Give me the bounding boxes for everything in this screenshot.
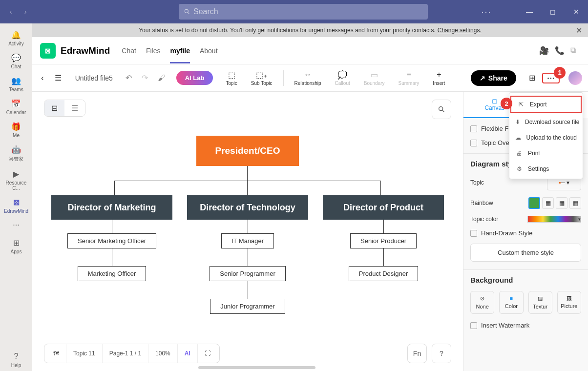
fullscreen-icon[interactable]: ⛶ xyxy=(198,344,217,363)
rail-chat[interactable]: 💬Chat xyxy=(1,49,31,72)
grid-view[interactable]: ⊞ xyxy=(526,73,538,82)
bg-none[interactable]: ⊘None xyxy=(470,291,494,314)
toolbar-menu[interactable]: ☰ xyxy=(51,73,65,82)
rainbow-opt-4[interactable]: ▦ xyxy=(569,197,581,209)
tool-subtopic[interactable]: ⬚₊Sub Topic xyxy=(246,70,277,86)
tab-files[interactable]: Files xyxy=(146,38,161,63)
topic-count: Topic 11 xyxy=(66,344,103,363)
color-icon: ■ xyxy=(510,295,513,301)
print-icon: 🖨 xyxy=(515,149,523,157)
node-sr-producer[interactable]: Senior Producer xyxy=(350,233,417,248)
toolbar-back[interactable]: ‹ xyxy=(38,73,47,83)
search-input[interactable]: Search xyxy=(179,4,428,20)
menu-settings[interactable]: ⚙Settings xyxy=(509,161,583,177)
rail-me[interactable]: 🎁Me xyxy=(1,118,31,141)
tool-callout[interactable]: 💭Callout xyxy=(330,70,355,86)
share-button[interactable]: ↗Share xyxy=(471,70,516,86)
node-jr-programmer[interactable]: Junior Programmer xyxy=(210,299,285,314)
tool-relationship[interactable]: ↔Relationship xyxy=(290,70,326,86)
user-avatar[interactable] xyxy=(568,71,582,85)
menu-download[interactable]: ⬇Download source file xyxy=(509,114,583,130)
rail-help[interactable]: ?Help xyxy=(1,348,31,371)
bg-texture[interactable]: ▨Textur xyxy=(528,291,552,314)
left-nav-rail: 🔔Activity 💬Chat 👥Teams 📅Calendar 🎁Me 🤖兴管… xyxy=(0,23,32,371)
fn-button[interactable]: Fn xyxy=(407,344,427,363)
watermark-checkbox[interactable]: Insert Watermark xyxy=(470,322,581,329)
tool-insert[interactable]: +Insert xyxy=(428,70,450,86)
window-maximize[interactable]: ◻ xyxy=(545,4,561,20)
rail-activity[interactable]: 🔔Activity xyxy=(1,26,31,49)
node-director-technology[interactable]: Director of Technology xyxy=(187,195,308,220)
format-painter[interactable]: 🖌 xyxy=(155,74,168,82)
banner-close[interactable]: ✕ xyxy=(576,26,582,35)
svg-point-0 xyxy=(185,9,188,13)
robot-icon: 🤖 xyxy=(11,144,21,155)
tab-about[interactable]: About xyxy=(200,38,218,63)
rail-edrawmind[interactable]: ⊠EdrawMind xyxy=(1,194,31,217)
ai-icon[interactable]: AI xyxy=(178,344,198,363)
tool-boundary[interactable]: ▭Boundary xyxy=(359,70,390,86)
hand-drawn-checkbox[interactable]: Hand-Drawn Style xyxy=(470,229,581,237)
share-icon: ↗ xyxy=(480,74,485,82)
menu-print[interactable]: 🖨Print xyxy=(509,145,583,161)
view-mindmap[interactable]: ⊟ xyxy=(44,100,64,116)
teams-icon: 👥 xyxy=(11,75,21,86)
bg-picture[interactable]: 🖼Picture xyxy=(557,291,581,314)
status-text: Your status is set to do not disturb. Yo… xyxy=(139,27,436,34)
nav-back[interactable]: ‹ xyxy=(4,5,18,19)
mindmap-icon: ⊟ xyxy=(51,103,58,113)
canvas-search-button[interactable] xyxy=(432,100,451,119)
node-product-designer[interactable]: Product Designer xyxy=(349,266,418,281)
rail-cn-app[interactable]: 🤖兴管家 xyxy=(1,141,31,165)
tab-chat[interactable]: Chat xyxy=(122,38,136,63)
panel-collapse[interactable]: › xyxy=(463,97,463,113)
phone-icon[interactable]: 📞 xyxy=(555,46,565,56)
custom-theme-button[interactable]: Custom theme style xyxy=(470,244,581,262)
status-link[interactable]: Change settings. xyxy=(438,27,482,34)
node-marketing-officer[interactable]: Marketing Officer xyxy=(78,266,147,281)
rainbow-opt-1[interactable] xyxy=(528,197,540,209)
ai-lab-button[interactable]: AI Lab xyxy=(176,71,213,85)
node-sr-marketing-officer[interactable]: Senior Marketing Officer xyxy=(67,233,156,248)
rainbow-opt-3[interactable]: ▦ xyxy=(556,197,567,209)
rail-apps[interactable]: ⊞Apps xyxy=(1,234,31,257)
horizontal-scrollbar[interactable] xyxy=(198,366,315,369)
node-it-manager[interactable]: IT Manager xyxy=(221,233,274,248)
status-banner: Your status is set to do not disturb. Yo… xyxy=(32,23,588,37)
window-more[interactable]: ··· xyxy=(479,4,494,20)
menu-export[interactable]: ⇱Export xyxy=(510,96,582,113)
window-minimize[interactable]: — xyxy=(522,4,537,20)
video-icon[interactable]: 🎥 xyxy=(539,46,549,56)
node-sr-programmer[interactable]: Senior Programmer xyxy=(210,266,285,281)
zoom-level[interactable]: 100% xyxy=(148,344,178,363)
node-root[interactable]: President/CEO xyxy=(196,136,299,166)
tab-myfile[interactable]: myfile xyxy=(170,38,189,63)
popout-icon[interactable]: ⧉ xyxy=(570,46,580,56)
rail-teams[interactable]: 👥Teams xyxy=(1,72,31,95)
filename[interactable]: Untitled file5 xyxy=(75,74,113,82)
subtopic-icon: ⬚₊ xyxy=(256,70,267,80)
rail-resource[interactable]: ▶Resource C... xyxy=(1,165,31,194)
toolbar-more-button[interactable]: ● ● ● xyxy=(542,73,560,83)
rainbow-opt-2[interactable]: ▦ xyxy=(542,197,554,209)
node-director-marketing[interactable]: Director of Marketing xyxy=(51,195,172,220)
node-director-product[interactable]: Director of Product xyxy=(323,195,444,220)
bg-color[interactable]: ■Color xyxy=(499,291,523,314)
help-button[interactable]: ? xyxy=(432,344,451,363)
rail-calendar[interactable]: 📅Calendar xyxy=(1,95,31,118)
menu-upload[interactable]: ☁Upload to the cloud xyxy=(509,130,583,145)
tool-summary[interactable]: ≡Summary xyxy=(394,70,424,86)
nav-forward[interactable]: › xyxy=(19,5,32,19)
undo-button[interactable]: ↶ xyxy=(123,73,135,82)
rail-more[interactable]: ··· xyxy=(1,217,31,234)
page-info[interactable]: Page-1 1 / 1 xyxy=(103,344,148,363)
view-outline[interactable]: ☰ xyxy=(64,100,85,116)
apps-icon: ⊞ xyxy=(11,237,21,248)
tool-topic[interactable]: ⬚Topic xyxy=(221,70,242,86)
play-icon: ▶ xyxy=(11,168,21,179)
topic-color-picker[interactable]: ▾ xyxy=(527,216,581,223)
map-icon[interactable]: 🗺 xyxy=(46,344,66,363)
redo-button[interactable]: ↷ xyxy=(139,73,151,82)
canvas[interactable]: ⊟ ☰ President/CEO Director of Marketing … xyxy=(32,92,463,371)
window-close[interactable]: ✕ xyxy=(568,4,584,20)
